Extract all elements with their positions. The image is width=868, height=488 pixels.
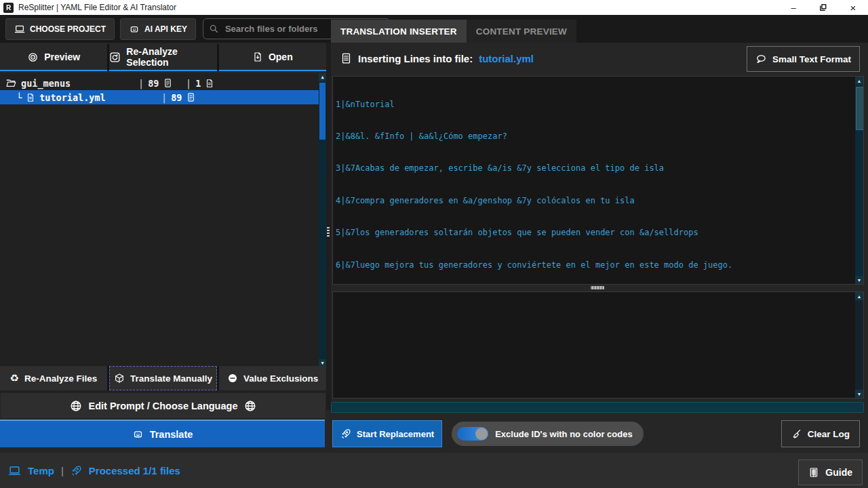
refresh-icon <box>109 52 121 63</box>
globe-icon <box>244 400 256 412</box>
choose-project-label: CHOOSE PROJECT <box>30 24 106 34</box>
window-title: ReSplitter | YAML File Editor & AI Trans… <box>18 3 778 12</box>
scroll-icon <box>163 78 173 88</box>
file-lines-count: 89 <box>171 92 182 103</box>
toolbar: CHOOSE PROJECT AI API KEY × TRANSLATION … <box>0 15 868 43</box>
code-line: 6|&7luego mejora tus generadores y convi… <box>336 260 854 271</box>
left-panel-bottom-row: ♻ Re-Analyze Files Translate Manually Va… <box>0 366 326 390</box>
edit-prompt-button[interactable]: Edit Prompt / Choose Language <box>0 392 326 419</box>
maximize-button[interactable] <box>808 0 838 15</box>
tree-scrollbar-thumb[interactable] <box>319 83 326 140</box>
folder-lines-count: 89 <box>148 78 159 89</box>
value-exclusions-button[interactable]: Value Exclusions <box>219 366 326 390</box>
toggle-switch[interactable] <box>457 427 488 441</box>
titlebar: R ReSplitter | YAML File Editor & AI Tra… <box>0 0 868 15</box>
clear-log-label: Clear Log <box>808 429 850 439</box>
inserting-lines-label: Inserting Lines into file: <box>358 53 473 64</box>
document-icon <box>340 53 352 64</box>
tab-bar: TRANSLATION INSERTER CONTENT PREVIEW <box>331 15 576 43</box>
clear-log-button[interactable]: Clear Log <box>781 420 860 447</box>
robot-icon <box>132 428 144 440</box>
code-line: 1|&nTutorial <box>336 100 854 110</box>
app-window: R ReSplitter | YAML File Editor & AI Tra… <box>0 0 868 488</box>
small-text-format-button[interactable]: Small Text Format <box>747 46 860 72</box>
ai-api-key-button[interactable]: AI API KEY <box>120 18 196 40</box>
minimize-button[interactable]: – <box>778 0 808 15</box>
code-line: 4|&7compra generadores en &a/genshop &7y… <box>336 196 854 207</box>
guide-book-icon <box>808 467 819 478</box>
folder-files-count: 1 <box>195 78 201 89</box>
package-icon <box>114 373 125 384</box>
code-lines: 1|&nTutorial 2|&8&l. &fInfo | &a&l¿Cómo … <box>336 78 854 285</box>
code-line: 5|&7los generadores soltarán objetos que… <box>336 228 854 239</box>
horizontal-scrollbar[interactable] <box>331 402 864 413</box>
value-exclusions-label: Value Exclusions <box>243 373 318 384</box>
close-button[interactable]: × <box>838 0 868 15</box>
edit-prompt-label: Edit Prompt / Choose Language <box>89 401 238 411</box>
folder-name: gui_menus <box>21 78 71 89</box>
splitter-grip <box>327 227 330 238</box>
choose-project-button[interactable]: CHOOSE PROJECT <box>5 18 115 40</box>
horizontal-splitter[interactable] <box>331 283 864 291</box>
statusbar: Temp | Processed 1/1 files Guide <box>0 453 868 488</box>
small-text-format-label: Small Text Format <box>772 54 851 64</box>
ai-api-key-label: AI API KEY <box>144 24 187 34</box>
translate-manually-button[interactable]: Translate Manually <box>109 366 218 390</box>
content: Preview Re-Analyze Selection Open <box>0 43 868 453</box>
scroll-down-arrow[interactable]: ▼ <box>855 390 863 398</box>
scroll-up-arrow[interactable]: ▲ <box>855 77 863 85</box>
minus-circle-icon <box>227 373 238 384</box>
rocket-icon <box>71 465 82 476</box>
folder-open-icon <box>5 77 17 89</box>
editor-scrollbar-thumb[interactable] <box>856 87 864 130</box>
exclude-ids-toggle-pill[interactable]: Exclude ID's with no color codes <box>452 422 643 446</box>
guide-button[interactable]: Guide <box>798 460 863 485</box>
rocket-icon <box>340 428 351 439</box>
editor-scrollbar[interactable]: ▲ ▼ <box>855 77 863 284</box>
left-panel-top-buttons: Preview Re-Analyze Selection Open <box>0 44 326 71</box>
start-replacement-button[interactable]: Start Replacement <box>332 420 442 447</box>
target-file-name[interactable]: tutorial.yml <box>479 53 534 64</box>
status-processed-label: Processed 1/1 files <box>89 465 180 476</box>
reanalyze-files-label: Re-Analyze Files <box>24 373 97 384</box>
vertical-splitter[interactable] <box>326 43 331 410</box>
status-separator: | <box>61 465 64 476</box>
file-name: tutorial.yml <box>39 92 106 103</box>
tree-separator: | <box>138 78 144 89</box>
broom-icon <box>791 428 802 439</box>
code-line: 3|&7Acabas de empezar, escribe &a/is &7y… <box>336 163 854 174</box>
yaml-editor[interactable]: 1|&nTutorial 2|&8&l. &fInfo | &a&l¿Cómo … <box>332 76 864 285</box>
translate-button[interactable]: Translate <box>0 420 325 447</box>
log-scrollbar[interactable]: ▲ ▼ <box>855 292 863 398</box>
yml-file-icon <box>26 93 35 102</box>
file-icon <box>205 79 214 88</box>
preview-button[interactable]: Preview <box>0 44 107 71</box>
search-icon <box>209 24 219 34</box>
globe-icon <box>70 400 82 412</box>
reanalyze-selection-button[interactable]: Re-Analyze Selection <box>109 44 216 71</box>
tree-row-file-selected[interactable]: └ tutorial.yml | 89 <box>0 90 319 104</box>
file-tree[interactable]: gui_menus | 89 | 1 <box>0 73 326 394</box>
robot-icon <box>129 24 140 35</box>
reanalyze-selection-label: Re-Analyze Selection <box>126 46 216 68</box>
tab-translation-inserter[interactable]: TRANSLATION INSERTER <box>331 20 467 43</box>
start-replacement-label: Start Replacement <box>357 429 434 439</box>
tree-separator: | <box>186 78 191 89</box>
tree-scrollbar[interactable]: ▲ ▼ <box>319 73 326 367</box>
open-button[interactable]: Open <box>219 44 326 71</box>
scroll-up-arrow[interactable]: ▲ <box>855 292 863 300</box>
recycle-icon: ♻ <box>9 372 18 384</box>
app-icon: R <box>3 3 14 13</box>
open-label: Open <box>269 52 293 62</box>
log-area[interactable]: ▲ ▼ <box>332 291 864 399</box>
scroll-up-arrow[interactable]: ▲ <box>319 73 326 81</box>
exclude-ids-toggle-label: Exclude ID's with no color codes <box>495 429 632 439</box>
scroll-icon <box>186 92 196 102</box>
tab-content-preview[interactable]: CONTENT PREVIEW <box>467 20 576 43</box>
preview-label: Preview <box>44 52 80 62</box>
translate-label: Translate <box>150 429 193 440</box>
reanalyze-files-button[interactable]: ♻ Re-Analyze Files <box>0 366 107 390</box>
tree-row-folder[interactable]: gui_menus | 89 | 1 <box>0 76 326 90</box>
toggle-knob <box>475 428 488 440</box>
open-file-icon <box>252 52 263 62</box>
